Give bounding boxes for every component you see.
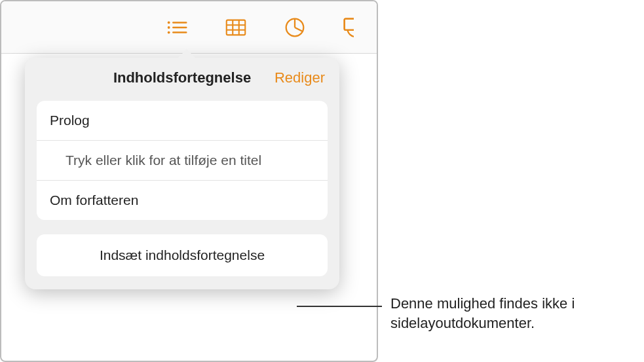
popover-header: Indholdsfortegnelse Rediger: [25, 58, 339, 96]
toc-list: Prolog Tryk eller klik for at tilføje en…: [37, 101, 328, 220]
svg-rect-6: [227, 20, 246, 35]
toolbar: [1, 1, 377, 54]
popover-title: Indholdsfortegnelse: [113, 69, 251, 86]
toc-list-icon[interactable]: [164, 14, 190, 41]
edit-button[interactable]: Rediger: [275, 69, 325, 86]
toc-item-about-author[interactable]: Om forfatteren: [37, 181, 328, 220]
app-window: Indholdsfortegnelse Rediger Prolog Tryk …: [0, 0, 378, 362]
svg-rect-13: [345, 18, 354, 29]
table-icon[interactable]: [223, 14, 249, 41]
callout-leader-line: [297, 306, 382, 307]
insert-toc-button[interactable]: Indsæt indholdsfortegnelse: [37, 234, 328, 276]
svg-point-2: [168, 26, 170, 29]
toc-popover: Indholdsfortegnelse Rediger Prolog Tryk …: [25, 58, 339, 289]
chart-icon[interactable]: [282, 14, 308, 41]
toc-item-placeholder[interactable]: Tryk eller klik for at tilføje en titel: [37, 141, 328, 181]
toc-item-prolog[interactable]: Prolog: [37, 101, 328, 141]
svg-point-4: [168, 31, 170, 33]
callout-text: Denne mulighed findes ikke i sidelayoutd…: [390, 294, 633, 333]
svg-point-0: [168, 21, 170, 24]
shape-icon[interactable]: [341, 14, 354, 41]
